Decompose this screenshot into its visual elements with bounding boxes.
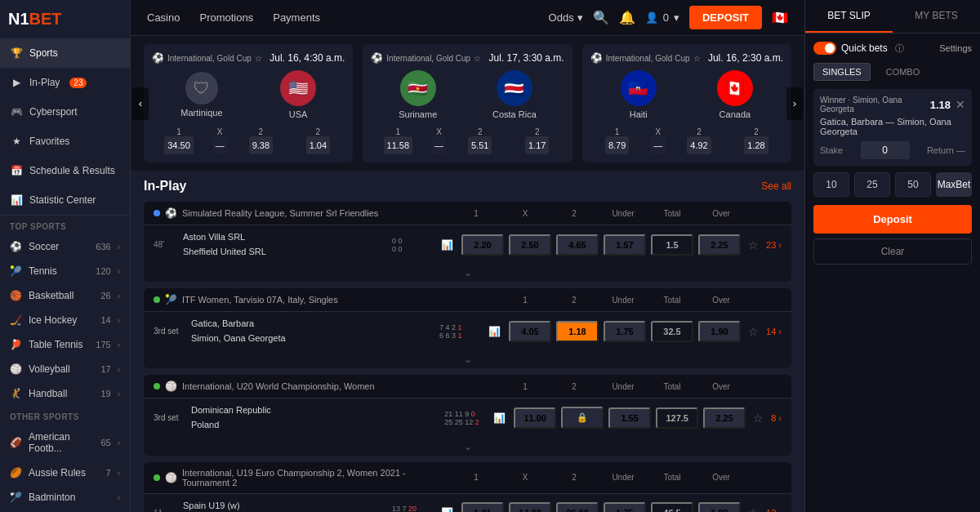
- see-all-link[interactable]: See all: [761, 180, 791, 192]
- chart-icon[interactable]: 📊: [441, 239, 453, 251]
- odds-over-button[interactable]: 1.90: [698, 321, 741, 342]
- star-icon[interactable]: ☆: [748, 238, 759, 252]
- odds-over-button[interactable]: 1.90: [698, 502, 741, 512]
- odds-under-button[interactable]: 1.55: [608, 407, 651, 429]
- flag-icon[interactable]: 🇨🇦: [772, 10, 788, 25]
- notifications-icon[interactable]: 🔔: [619, 10, 635, 25]
- sidebar-item-soccer[interactable]: ⚽ Soccer 636 ›: [0, 234, 130, 259]
- odds-x-button[interactable]: 14.00: [509, 502, 551, 512]
- sidebar-item-ice-hockey[interactable]: 🏒 Ice Hockey 14 ›: [0, 308, 130, 332]
- star-icon[interactable]: ☆: [748, 325, 759, 338]
- star-icon[interactable]: ☆: [693, 54, 701, 63]
- odds-total-button[interactable]: 127.5: [656, 407, 698, 429]
- deposit-button[interactable]: DEPOSIT: [689, 6, 762, 29]
- odds-total-button[interactable]: 46.5: [651, 502, 693, 512]
- odds-btn-2[interactable]: 9.38: [249, 136, 273, 154]
- close-bet-button[interactable]: ✕: [956, 98, 965, 111]
- sidebar-item-statistic[interactable]: 📊 Statistic Center: [0, 185, 130, 215]
- star-icon[interactable]: ☆: [474, 54, 481, 63]
- odds-1-button[interactable]: 11.00: [514, 407, 556, 429]
- odds-btn-x[interactable]: —: [650, 136, 666, 154]
- sidebar-item-cybersport[interactable]: 🎮 Cybersport: [0, 97, 130, 127]
- sidebar-item-schedule[interactable]: 📅 Schedule & Results: [0, 156, 130, 185]
- star-icon[interactable]: ☆: [753, 412, 764, 425]
- odds-2-button[interactable]: 4.65: [556, 234, 599, 256]
- bet-panel-content: Quick bets ⓘ Settings SINGLES COMBO Winn…: [805, 33, 980, 512]
- odds-btn-x[interactable]: —: [431, 136, 447, 154]
- combo-button[interactable]: COMBO: [877, 63, 929, 81]
- sidebar-item-american-football[interactable]: 🏈 American Footb... 65 ›: [0, 425, 130, 461]
- clear-button[interactable]: Clear: [813, 238, 972, 265]
- info-icon[interactable]: ⓘ: [895, 42, 904, 55]
- odds-x-button[interactable]: 2.50: [509, 234, 551, 256]
- expand-button[interactable]: ⌄: [144, 264, 791, 282]
- sidebar-item-basketball[interactable]: 🏀 Basketball 26 ›: [0, 283, 130, 308]
- odds-selector[interactable]: Odds ▾: [549, 11, 583, 24]
- odds-btn-1[interactable]: 34.50: [164, 136, 194, 154]
- odds-btn-2b[interactable]: 1.04: [306, 136, 330, 154]
- sidebar-item-table-tennis[interactable]: 🏓 Table Tennis 175 ›: [0, 332, 130, 357]
- odds-2-button[interactable]: 1.18: [556, 321, 599, 342]
- odds-1-button[interactable]: 1.01: [461, 502, 504, 512]
- sidebar-item-tennis[interactable]: 🎾 Tennis 120 ›: [0, 259, 130, 283]
- odds-btn-2[interactable]: 4.92: [687, 136, 710, 154]
- nav-payments[interactable]: Payments: [273, 2, 320, 33]
- sidebar-item-volleyball[interactable]: 🏐 Volleyball 17 ›: [0, 357, 130, 381]
- chart-icon[interactable]: 📊: [488, 326, 501, 337]
- quick-amount-10[interactable]: 10: [813, 172, 849, 197]
- chart-icon[interactable]: 📊: [493, 412, 506, 424]
- nav-casino[interactable]: Casino: [147, 2, 180, 33]
- place-deposit-button[interactable]: Deposit: [813, 205, 972, 234]
- user-balance-area[interactable]: 👤 0 ▾: [645, 11, 679, 24]
- tab-my-bets[interactable]: MY BETS: [893, 0, 980, 33]
- table-row: 11 Spain U19 (w) Lithuania U19 (w) 13 7 …: [144, 493, 791, 512]
- odds-btn-1[interactable]: 8.79: [605, 136, 629, 154]
- odds-btn-x[interactable]: —: [212, 136, 228, 154]
- stake-input[interactable]: [861, 141, 910, 159]
- featured-odds-row: 1 34.50 X — 2 9.38 2 1.04: [152, 127, 345, 154]
- odds-over-button[interactable]: 2.25: [698, 234, 741, 256]
- odds-total-button[interactable]: 32.5: [651, 321, 693, 342]
- carousel-prev-button[interactable]: ‹: [132, 87, 149, 120]
- odds-1-button[interactable]: 4.05: [509, 321, 551, 342]
- sidebar-item-aussie-rules[interactable]: 🏉 Aussie Rules 7 ›: [0, 461, 130, 485]
- nav-promotions[interactable]: Promotions: [199, 2, 253, 33]
- odds-under-button[interactable]: 1.75: [604, 502, 646, 512]
- quick-bets-toggle[interactable]: [813, 42, 836, 55]
- tab-bet-slip[interactable]: BET SLIP: [805, 0, 893, 33]
- league-dot-icon: [154, 296, 160, 303]
- odds-2-button[interactable]: 26.00: [556, 502, 599, 512]
- more-markets-button[interactable]: 14 ›: [766, 327, 782, 336]
- sidebar-item-badminton[interactable]: 🏸 Badminton ›: [0, 485, 130, 510]
- quick-amount-50[interactable]: 50: [895, 172, 931, 197]
- sidebar-item-sports[interactable]: 🏆 Sports: [0, 38, 130, 68]
- sidebar-item-handball[interactable]: 🤾 Handball 19 ›: [0, 381, 130, 406]
- star-icon[interactable]: ☆: [748, 506, 759, 512]
- odds-total-button[interactable]: 1.5: [651, 234, 693, 256]
- quick-amount-25[interactable]: 25: [854, 172, 890, 197]
- odds-btn-2b[interactable]: 1.17: [525, 136, 549, 154]
- sport-name: American Footb...: [29, 431, 94, 454]
- odds-1-button[interactable]: 2.20: [461, 234, 504, 256]
- sidebar-item-favorites[interactable]: ★ Favorites: [0, 127, 130, 156]
- star-icon[interactable]: ☆: [255, 54, 262, 63]
- search-icon[interactable]: 🔍: [593, 10, 609, 25]
- expand-button[interactable]: ⌄: [144, 438, 791, 456]
- odds-btn-2b[interactable]: 1.28: [744, 136, 768, 154]
- more-markets-button[interactable]: 12 ›: [766, 508, 782, 512]
- singles-button[interactable]: SINGLES: [813, 63, 871, 81]
- more-markets-button[interactable]: 8 ›: [771, 413, 782, 423]
- carousel-next-button[interactable]: ›: [786, 87, 803, 120]
- chart-icon[interactable]: 📊: [441, 507, 453, 512]
- quick-amount-maxbet[interactable]: MaxBet: [936, 172, 972, 197]
- featured-time: Jul. 16, 4:30 a.m.: [270, 52, 345, 64]
- expand-button[interactable]: ⌄: [144, 350, 791, 368]
- odds-over-button[interactable]: 2.25: [703, 407, 746, 429]
- odds-btn-1[interactable]: 11.58: [384, 136, 413, 154]
- odds-btn-2[interactable]: 5.51: [468, 136, 492, 154]
- odds-under-button[interactable]: 1.75: [604, 321, 646, 342]
- more-markets-button[interactable]: 23 ›: [766, 240, 782, 250]
- odds-under-button[interactable]: 1.57: [604, 234, 646, 256]
- sidebar-item-inplay[interactable]: ▶ In-Play 23: [0, 68, 130, 97]
- settings-link[interactable]: Settings: [939, 43, 972, 53]
